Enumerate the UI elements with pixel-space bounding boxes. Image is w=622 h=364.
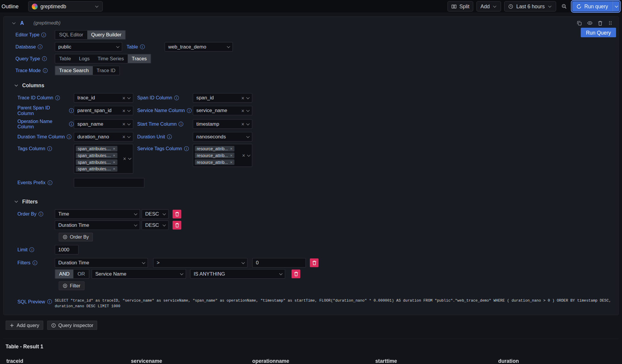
info-icon[interactable]: i (32, 261, 37, 265)
remove-order-by-button[interactable] (173, 210, 181, 218)
info-icon[interactable]: i (55, 96, 60, 100)
sql-editor-option[interactable]: SQL Editor (55, 30, 87, 39)
query-type-logs-option[interactable]: Logs (75, 54, 94, 63)
split-button[interactable]: Split (447, 1, 473, 12)
clear-icon[interactable]: × (240, 122, 246, 127)
query-inspector-button[interactable]: Query inspector (47, 321, 97, 330)
order-by-direction-select[interactable]: DESC (142, 209, 169, 219)
service-tags-multiselect[interactable]: resource_attrib...× resource_attrib...× … (193, 144, 252, 167)
or-option[interactable]: OR (74, 270, 89, 278)
column-header-starttime[interactable]: starttime (372, 356, 495, 364)
tags-column-multiselect[interactable]: span_attributes....× span_attributes....… (74, 144, 133, 174)
datasource-picker[interactable]: greptimedb (28, 1, 103, 12)
columns-section-header[interactable]: Columns (14, 82, 618, 88)
time-range-picker[interactable]: Last 6 hours (504, 1, 556, 12)
info-icon[interactable]: i (38, 212, 43, 216)
add-query-button[interactable]: Add query (6, 321, 43, 330)
tag-chip: resource_attrib...× (195, 159, 234, 165)
filter-field-select[interactable]: Service Name (92, 269, 186, 279)
order-by-field-select[interactable]: Duration Time (55, 220, 140, 230)
remove-tag-icon[interactable]: × (113, 153, 115, 158)
filter-operator-select[interactable]: IS ANYTHING (190, 269, 285, 279)
order-by-field-select[interactable]: Time (55, 209, 140, 219)
filter-operator-select[interactable]: > (153, 258, 247, 268)
trace-mode-toggle: Trace Search Trace ID (55, 66, 120, 75)
add-dropdown[interactable]: Add (476, 1, 501, 12)
remove-tag-icon[interactable]: × (113, 167, 115, 171)
hide-query-eye-icon[interactable] (587, 20, 593, 26)
clear-icon[interactable]: × (121, 122, 126, 127)
query-type-table-option[interactable]: Table (55, 54, 75, 63)
remove-tag-icon[interactable]: × (230, 153, 233, 158)
column-header-servicename[interactable]: servicename (128, 356, 249, 364)
add-order-by-button[interactable]: Order By (59, 233, 93, 241)
clear-icon[interactable]: × (121, 108, 126, 113)
remove-order-by-button[interactable] (173, 221, 181, 229)
info-icon[interactable]: i (167, 134, 172, 139)
events-prefix-input[interactable] (74, 178, 144, 187)
info-icon[interactable]: i (47, 180, 52, 185)
clear-icon[interactable]: × (122, 156, 127, 161)
parent-span-id-column-select[interactable]: parent_span_id × (74, 106, 133, 115)
info-icon[interactable]: i (179, 122, 183, 127)
filters-section-header[interactable]: Filters (14, 199, 618, 205)
info-icon[interactable]: i (47, 299, 52, 304)
trace-id-option[interactable]: Trace ID (93, 66, 119, 75)
order-by-direction-select[interactable]: DESC (142, 220, 169, 230)
info-icon[interactable]: i (38, 44, 43, 49)
remove-tag-icon[interactable]: × (230, 146, 233, 151)
tag-chip: span_attributes....× (76, 153, 117, 158)
trace-id-column-select[interactable]: trace_id × (74, 93, 133, 103)
remove-filter-button[interactable] (310, 258, 318, 267)
info-icon[interactable]: i (47, 146, 52, 151)
limit-input[interactable] (55, 245, 78, 254)
operation-name-column-select[interactable]: span_name × (74, 119, 133, 129)
duplicate-query-icon[interactable] (577, 20, 582, 25)
table-select[interactable]: web_trace_demo (165, 42, 233, 51)
remove-tag-icon[interactable]: × (113, 146, 115, 151)
info-icon[interactable]: i (174, 96, 179, 100)
add-filter-button[interactable]: Filter (59, 282, 84, 290)
remove-tag-icon[interactable]: × (230, 160, 233, 164)
remove-filter-button[interactable] (292, 270, 300, 278)
duration-time-column-select[interactable]: duration_nano × (74, 132, 133, 141)
run-query-interval-dropdown[interactable] (613, 1, 620, 12)
info-icon[interactable]: i (42, 56, 47, 61)
duration-unit-select[interactable]: nanoseconds (193, 132, 252, 141)
clear-icon[interactable]: × (240, 95, 246, 100)
run-query-button[interactable]: Run query (572, 1, 613, 12)
zoom-out-button[interactable] (559, 1, 569, 12)
clear-icon[interactable]: × (240, 108, 246, 113)
panel-run-query-button[interactable]: Run Query (581, 28, 616, 37)
column-header-duration[interactable]: duration (495, 356, 619, 364)
query-type-traces-option[interactable]: Traces (128, 54, 151, 63)
info-icon[interactable]: i (140, 44, 145, 49)
info-icon[interactable]: i (30, 247, 34, 252)
span-id-column-select[interactable]: span_id × (193, 93, 252, 103)
start-time-column-select[interactable]: timestamp × (193, 119, 252, 129)
clear-icon[interactable]: × (241, 153, 246, 158)
query-type-timeseries-option[interactable]: Time Series (94, 54, 128, 63)
and-option[interactable]: AND (55, 270, 73, 278)
query-builder-option[interactable]: Query Builder (87, 30, 125, 39)
info-icon[interactable]: i (41, 33, 46, 37)
filter-value-input[interactable] (252, 258, 306, 268)
info-icon[interactable]: i (67, 134, 72, 139)
column-header-traceid[interactable]: traceid (3, 356, 128, 364)
filter-field-select[interactable]: Duration Time (55, 258, 148, 268)
info-icon[interactable]: i (43, 68, 47, 73)
remove-tag-icon[interactable]: × (113, 160, 115, 164)
trace-search-option[interactable]: Trace Search (55, 66, 93, 75)
info-icon[interactable]: i (69, 122, 74, 127)
clear-icon[interactable]: × (121, 134, 126, 139)
clear-icon[interactable]: × (121, 95, 126, 100)
database-select[interactable]: public (55, 42, 122, 51)
collapse-chevron-icon[interactable] (12, 22, 16, 24)
remove-query-trash-icon[interactable] (598, 20, 602, 25)
info-icon[interactable]: i (69, 108, 74, 113)
service-name-column-select[interactable]: service_name × (193, 106, 252, 115)
info-icon[interactable]: i (187, 108, 191, 113)
info-icon[interactable]: i (184, 146, 189, 151)
drag-handle-icon[interactable] (608, 20, 613, 26)
column-header-operationname[interactable]: operationname (249, 356, 372, 364)
